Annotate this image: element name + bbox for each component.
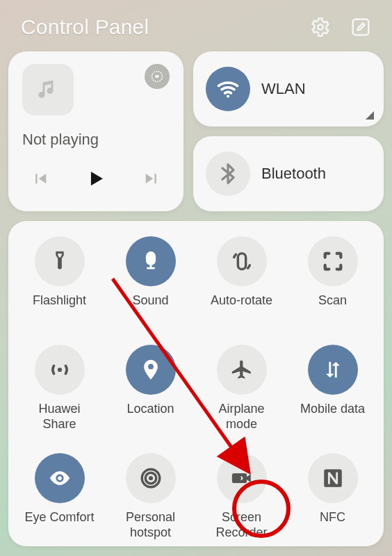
page-title: Control Panel bbox=[21, 15, 149, 39]
wifi-icon bbox=[206, 67, 250, 111]
toggle-hotspot[interactable]: Personal hotspot bbox=[105, 453, 196, 541]
toggle-scan[interactable]: Scan bbox=[287, 236, 378, 324]
huawei-share-icon bbox=[35, 345, 85, 395]
scan-icon bbox=[308, 236, 358, 286]
toggle-location[interactable]: Location bbox=[105, 345, 196, 432]
next-track-icon[interactable] bbox=[140, 167, 164, 190]
toggle-airplane[interactable]: Airplane mode bbox=[196, 345, 287, 432]
airplane-icon bbox=[217, 345, 267, 395]
toggle-sound[interactable]: Sound bbox=[105, 236, 196, 324]
toggle-eye-comfort[interactable]: Eye Comfort bbox=[14, 453, 105, 541]
settings-icon[interactable] bbox=[310, 17, 331, 38]
toggle-huawei-share[interactable]: Huawei Share bbox=[14, 345, 105, 432]
svg-point-4 bbox=[227, 95, 229, 97]
toggle-label: Scan bbox=[318, 293, 347, 324]
hotspot-icon bbox=[126, 453, 176, 503]
svg-rect-3 bbox=[156, 75, 159, 77]
media-card: Not playing bbox=[8, 51, 183, 211]
toggle-flashlight[interactable]: Flashlight bbox=[14, 236, 105, 324]
toggle-screen-rec[interactable]: Screen Recorder bbox=[196, 453, 287, 541]
audio-output-icon[interactable] bbox=[145, 64, 170, 89]
svg-point-0 bbox=[318, 24, 323, 30]
bluetooth-icon bbox=[206, 152, 250, 196]
toggle-autorotate[interactable]: Auto-rotate bbox=[196, 236, 287, 324]
svg-point-6 bbox=[57, 368, 61, 372]
bluetooth-label: Bluetooth bbox=[261, 165, 326, 183]
screen-rec-icon bbox=[217, 453, 267, 503]
toggle-label: Airplane mode bbox=[218, 402, 264, 432]
location-icon bbox=[126, 345, 176, 395]
toggle-mobile-data[interactable]: Mobile data bbox=[287, 345, 378, 432]
mobile-data-icon bbox=[308, 345, 358, 395]
toggle-label: Huawei Share bbox=[38, 402, 80, 432]
toggle-label: Eye Comfort bbox=[24, 510, 94, 541]
svg-rect-1 bbox=[353, 19, 369, 35]
media-status-text: Not playing bbox=[22, 131, 170, 149]
toggle-label: Sound bbox=[132, 293, 168, 324]
toggle-nfc[interactable]: NFC bbox=[287, 453, 378, 541]
nfc-icon bbox=[308, 453, 358, 503]
control-panel-header: Control Panel bbox=[8, 8, 384, 51]
play-icon[interactable] bbox=[84, 167, 108, 190]
svg-point-7 bbox=[148, 476, 152, 480]
edit-icon[interactable] bbox=[350, 17, 371, 38]
sound-icon bbox=[126, 236, 176, 286]
toggle-label: Location bbox=[126, 402, 174, 432]
quick-toggles-card: FlashlightSoundAuto-rotateScanHuawei Sha… bbox=[8, 221, 384, 546]
eye-comfort-icon bbox=[35, 453, 85, 503]
toggle-label: Personal hotspot bbox=[126, 510, 175, 541]
svg-point-10 bbox=[236, 476, 241, 481]
wlan-label: WLAN bbox=[261, 80, 306, 98]
svg-rect-5 bbox=[238, 254, 245, 270]
autorotate-icon bbox=[217, 236, 267, 286]
toggle-label: Auto-rotate bbox=[211, 293, 272, 324]
flashlight-icon bbox=[35, 236, 85, 286]
toggle-label: Mobile data bbox=[300, 402, 365, 432]
music-artwork-placeholder[interactable] bbox=[22, 64, 74, 115]
toggle-label: NFC bbox=[320, 510, 345, 541]
bluetooth-toggle[interactable]: Bluetooth bbox=[193, 136, 384, 211]
previous-track-icon[interactable] bbox=[28, 167, 51, 190]
expand-icon[interactable] bbox=[366, 111, 374, 120]
toggle-label: Flashlight bbox=[33, 293, 86, 324]
toggle-label: Screen Recorder bbox=[215, 510, 267, 541]
wlan-toggle[interactable]: WLAN bbox=[193, 51, 384, 126]
